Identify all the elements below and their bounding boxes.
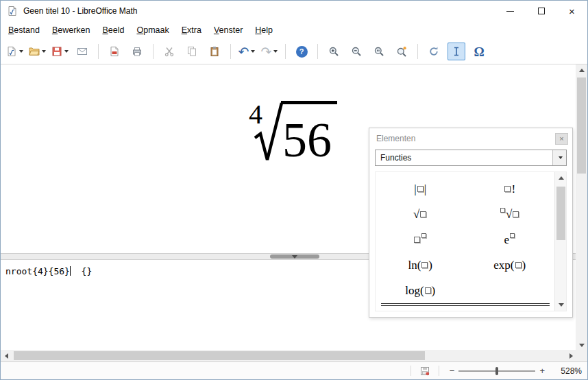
symbols-button[interactable]: Ω — [470, 43, 488, 60]
export-pdf-icon — [109, 46, 120, 57]
save-dropdown-arrow-icon[interactable] — [64, 50, 69, 53]
element-item-logarithm[interactable]: log() — [405, 285, 435, 296]
menu-bar: BestandBewerkenBeeldOpmaakExtraVensterHe… — [1, 21, 587, 39]
zoom-fit-all-icon — [396, 46, 407, 57]
maximize-button[interactable] — [526, 1, 556, 21]
menu-item-opmaak[interactable]: Opmaak — [130, 21, 175, 39]
help-icon: ? — [296, 46, 308, 58]
redo-dropdown-arrow-icon[interactable] — [273, 50, 278, 53]
window-controls: × — [495, 1, 587, 21]
elements-panel-close-button[interactable]: × — [555, 133, 568, 145]
scroll-left-icon — [5, 353, 8, 359]
zoom-slider-thumb[interactable] — [495, 367, 498, 375]
vertical-scrollbar-thumb[interactable] — [577, 78, 586, 174]
undo-icon: ↶ — [238, 45, 249, 58]
zoom-out-minus-button[interactable]: − — [445, 366, 459, 376]
help-button[interactable]: ? — [293, 43, 310, 60]
unsaved-changes-icon — [420, 366, 430, 376]
status-separator — [439, 366, 439, 376]
rendered-formula: 4 56 — [249, 101, 337, 165]
open-dropdown-arrow-icon[interactable] — [42, 50, 46, 53]
toolbar-separator — [417, 44, 418, 59]
libreoffice-math-window: { "window": { "title": "Geen titel 10 - … — [0, 0, 588, 380]
zoom-100-button[interactable] — [370, 43, 388, 60]
email-document-button[interactable] — [73, 43, 91, 60]
menu-item-help[interactable]: Help — [249, 21, 279, 39]
menu-item-beeld[interactable]: Beeld — [96, 21, 130, 39]
toolbar-separator — [285, 44, 286, 59]
zoom-fit-all-button[interactable] — [393, 43, 411, 60]
scroll-up-icon — [559, 176, 564, 180]
menu-item-venster[interactable]: Venster — [208, 21, 249, 39]
menu-item-extra[interactable]: Extra — [175, 21, 208, 39]
undo-dropdown-arrow-icon[interactable] — [251, 50, 255, 53]
save-button[interactable] — [51, 43, 69, 60]
elements-scroll-down-button[interactable] — [555, 299, 567, 311]
close-button[interactable]: × — [556, 1, 587, 21]
redo-button[interactable]: ↷ — [260, 43, 278, 60]
elements-scroll-up-button[interactable] — [555, 172, 567, 184]
open-button[interactable] — [28, 43, 46, 60]
panel-close-icon: × — [559, 134, 563, 143]
splitter-arrow-icon — [292, 255, 297, 259]
element-item-natural-logarithm[interactable]: ln() — [408, 259, 432, 271]
omega-symbols-icon: Ω — [474, 45, 484, 58]
scroll-left-button[interactable] — [1, 350, 12, 361]
zoom-level-value[interactable]: 528% — [556, 366, 582, 376]
element-item-e-power[interactable]: e — [504, 234, 515, 246]
zoom-in-icon — [328, 46, 339, 57]
toolbar-separator — [317, 44, 318, 59]
vertical-scrollbar[interactable] — [576, 64, 587, 351]
elements-panel-header[interactable]: Elementen × — [369, 128, 572, 149]
export-pdf-button[interactable] — [106, 43, 123, 60]
command-after-cursor: {} — [71, 266, 92, 276]
horizontal-scrollbar[interactable] — [1, 350, 577, 361]
scroll-down-icon — [559, 303, 564, 307]
element-item-square-root[interactable]: √ — [413, 209, 427, 220]
minimize-icon — [506, 11, 514, 12]
toolbar-separator — [230, 44, 231, 59]
scroll-up-button[interactable] — [576, 64, 587, 76]
horizontal-scrollbar-thumb[interactable] — [14, 351, 425, 360]
command-before-cursor: nroot{4}{56} — [5, 266, 70, 276]
scrollbar-corner — [576, 350, 587, 361]
menu-item-bestand[interactable]: Bestand — [2, 21, 46, 39]
elements-scrollbar-thumb[interactable] — [556, 187, 565, 240]
zoom-in-button[interactable] — [325, 43, 343, 60]
elements-scrollbar[interactable] — [554, 172, 566, 311]
new-formula-button[interactable] — [5, 43, 23, 60]
formula-cursor-button[interactable] — [448, 43, 465, 60]
chevron-down-icon — [559, 156, 563, 159]
element-item-factorial[interactable]: ! — [504, 183, 515, 195]
title-bar: Geen titel 10 - LibreOffice Math × — [1, 1, 587, 21]
scroll-up-icon — [579, 69, 585, 72]
status-separator — [411, 366, 411, 376]
undo-button[interactable]: ↶ — [238, 43, 256, 60]
zoom-out-button[interactable] — [347, 43, 365, 60]
zoom-slider[interactable] — [458, 366, 535, 376]
partially-visible-item[interactable] — [381, 303, 550, 306]
print-button[interactable] — [128, 43, 146, 60]
menu-item-bewerken[interactable]: Bewerken — [46, 21, 97, 39]
element-item-power[interactable] — [413, 237, 427, 243]
scroll-right-icon — [569, 353, 573, 359]
category-dropdown-button[interactable] — [552, 150, 566, 165]
element-item-nth-root[interactable]: √ — [500, 209, 519, 220]
paste-clipboard-icon — [209, 46, 220, 57]
copy-button[interactable] — [183, 43, 201, 60]
zoom-in-plus-button[interactable]: + — [535, 366, 549, 376]
minimize-button[interactable] — [495, 1, 526, 21]
element-item-absolute-value[interactable]: || — [414, 183, 426, 195]
cut-button[interactable] — [160, 43, 178, 60]
toolbar-separator — [98, 44, 99, 59]
element-item-exp-function[interactable]: exp() — [493, 259, 526, 271]
elements-panel: Elementen × Functies ||!√√eln()exp()log(… — [369, 128, 573, 318]
copy-icon — [186, 46, 197, 57]
open-folder-icon — [29, 46, 40, 57]
new-dropdown-arrow-icon[interactable] — [19, 50, 23, 53]
paste-button[interactable] — [206, 43, 223, 60]
redo-icon: ↷ — [261, 45, 272, 58]
update-button[interactable] — [425, 43, 443, 60]
category-dropdown[interactable]: Functies — [375, 150, 567, 166]
zoom-out-icon — [351, 46, 362, 57]
